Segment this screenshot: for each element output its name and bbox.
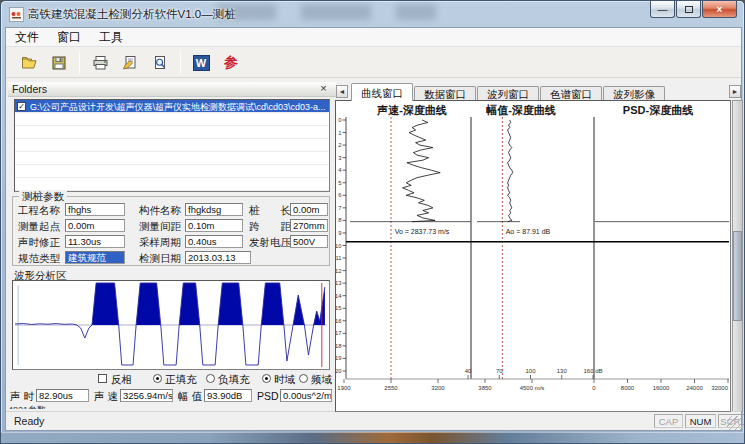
time-domain-radio[interactable] — [262, 374, 271, 383]
test-date-field[interactable]: 2013.03.13 — [185, 251, 251, 264]
word-report-button[interactable]: W — [188, 50, 214, 75]
svg-text:7: 7 — [338, 205, 341, 211]
file-checkbox[interactable]: ✓ — [17, 102, 26, 111]
svg-text:15: 15 — [336, 305, 342, 311]
param-label: 规范类型 — [18, 252, 60, 266]
status-text: Ready — [14, 415, 44, 427]
svg-text:130: 130 — [557, 368, 568, 374]
param-char-icon: 参 — [224, 54, 238, 72]
waveform-box[interactable] — [12, 280, 330, 370]
standard-type-field[interactable]: 建筑规范 — [65, 251, 125, 264]
psd-label: PSD — [257, 390, 279, 402]
param-label: 构件名称 — [139, 204, 181, 218]
sound-speed-field[interactable]: 3256.94m/s — [120, 389, 173, 402]
pile-length-field[interactable]: 0.00m — [290, 203, 328, 216]
list-item[interactable] — [15, 139, 329, 152]
component-name-field[interactable]: fhgkdsg — [185, 203, 243, 216]
measure-start-field[interactable]: 0.00m — [65, 219, 125, 232]
depth-curves-plot: 0123456789101112131415161718192019002550… — [336, 117, 730, 399]
printer-icon — [92, 55, 109, 71]
svg-text:17: 17 — [336, 330, 342, 336]
param-label: 发射电压 — [249, 236, 291, 250]
minimize-button[interactable]: — — [650, 1, 675, 18]
amplitude-chart-title: 幅值-深度曲线 — [486, 103, 556, 118]
pile-params-group: 测桩参数 工程名称 fhghs 构件名称 fhgkdsg 桩 长 0.00m 测… — [12, 196, 330, 266]
svg-text:4500 m/s: 4500 m/s — [520, 385, 545, 391]
amplitude-field[interactable]: 93.90dB — [204, 389, 252, 402]
app-window: 高铁建筑混凝土检测分析软件V1.0—测桩 — × 文件 窗口 工具 — [0, 0, 745, 444]
svg-text:0: 0 — [592, 385, 596, 391]
menu-tools[interactable]: 工具 — [90, 27, 132, 48]
client-area: 文件 窗口 工具 — [5, 27, 742, 431]
list-item[interactable] — [15, 152, 329, 165]
tab-data-window[interactable]: 数据窗口 — [414, 86, 476, 101]
svg-text:32000: 32000 — [711, 385, 728, 391]
velocity-chart-title: 声速-深度曲线 — [377, 103, 447, 118]
sound-time-label: 声 时 — [10, 390, 34, 404]
fill-positive-radio[interactable] — [153, 374, 162, 383]
parameters-button[interactable]: 参 — [218, 50, 244, 75]
scrollbar-thumb[interactable] — [733, 231, 742, 321]
psd-field[interactable]: 0.00us^2/m — [280, 389, 332, 402]
svg-text:11: 11 — [336, 255, 342, 261]
wave-controls: 反相 正填充 负填充 时域 频域 — [6, 373, 336, 387]
freq-domain-radio[interactable] — [299, 374, 308, 383]
svg-text:14: 14 — [336, 293, 342, 299]
list-item[interactable] — [15, 126, 329, 139]
chart-vertical-scrollbar[interactable] — [732, 100, 743, 412]
close-button[interactable]: × — [702, 1, 737, 18]
open-folder-icon — [21, 55, 38, 71]
maximize-button[interactable] — [676, 1, 701, 18]
tab-wavetrain-image[interactable]: 波列影像 — [603, 86, 665, 101]
fill-negative-radio[interactable] — [206, 374, 215, 383]
svg-text:Ao = 87.91 dB: Ao = 87.91 dB — [506, 228, 551, 235]
svg-text:20: 20 — [336, 368, 342, 374]
svg-text:0: 0 — [338, 117, 341, 123]
tab-curve-window[interactable]: 曲线窗口 — [351, 83, 413, 101]
resize-grip[interactable] — [727, 416, 741, 430]
folders-panel-header: Folders × — [8, 82, 336, 97]
tab-bar: ◄ 曲线窗口 数据窗口 波列窗口 色谱窗口 波列影像 ► — [335, 82, 741, 101]
svg-text:4: 4 — [338, 167, 342, 173]
print-preview-button[interactable] — [147, 50, 173, 75]
project-name-field[interactable]: fhghs — [65, 203, 125, 216]
tab-wavetrain-window[interactable]: 波列窗口 — [477, 86, 539, 101]
tab-spectrum-window[interactable]: 色谱窗口 — [540, 86, 602, 101]
sample-period-field[interactable]: 0.40us — [185, 235, 243, 248]
param-label: 测量间距 — [139, 220, 181, 234]
time-correction-field[interactable]: 11.30us — [65, 235, 125, 248]
svg-text:16000: 16000 — [653, 385, 670, 391]
open-button[interactable] — [16, 50, 42, 75]
waveform-fill — [92, 283, 325, 325]
tab-scroll-right-icon[interactable]: ► — [729, 85, 741, 98]
list-item[interactable] — [15, 165, 329, 178]
waveform-plot — [13, 281, 329, 369]
invert-checkbox[interactable] — [98, 374, 107, 383]
file-list[interactable]: ✓ G:\公司产品设计开发\超声仪器\超声仪实地检测数据调试\cd\cd03\c… — [14, 99, 330, 192]
list-item[interactable] — [15, 113, 329, 126]
page-magnifier-icon — [152, 55, 168, 71]
svg-text:3: 3 — [338, 155, 341, 161]
sound-speed-label: 声 速 — [94, 390, 118, 404]
param-label: 检测日期 — [139, 252, 181, 266]
svg-text:12: 12 — [336, 268, 342, 274]
menu-window[interactable]: 窗口 — [48, 27, 90, 48]
print-button[interactable] — [87, 50, 113, 75]
sound-time-field[interactable]: 82.90us — [36, 389, 89, 402]
folders-close-icon[interactable]: × — [317, 83, 330, 95]
menu-file[interactable]: 文件 — [6, 27, 48, 48]
tab-scroll-left-icon[interactable]: ◄ — [336, 85, 348, 98]
voltage-field[interactable]: 500V — [290, 235, 328, 248]
measure-step-field[interactable]: 0.10m — [185, 219, 243, 232]
svg-text:100: 100 — [525, 368, 536, 374]
svg-text:10: 10 — [336, 243, 342, 249]
export-button[interactable] — [117, 50, 143, 75]
fill-negative-label: 负填充 — [218, 373, 250, 387]
word-icon: W — [193, 55, 210, 71]
span-field[interactable]: 270mm — [290, 219, 328, 232]
window-bottom-frame — [1, 432, 745, 444]
save-button[interactable] — [46, 50, 72, 75]
list-item[interactable]: ✓ G:\公司产品设计开发\超声仪器\超声仪实地检测数据调试\cd\cd03\c… — [15, 100, 329, 113]
svg-text:6: 6 — [338, 192, 341, 198]
desktop-ghost — [301, 4, 371, 20]
